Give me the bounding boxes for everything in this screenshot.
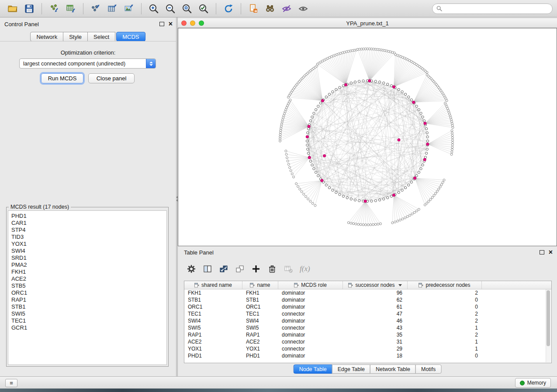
mcds-result-item[interactable]: STB1 — [11, 303, 166, 310]
search-input[interactable] — [445, 5, 548, 12]
table-row[interactable]: STB1STB1dominator620 — [184, 296, 551, 303]
mcds-result-item[interactable]: ACE2 — [11, 275, 166, 282]
table-cell: TEC1 — [184, 311, 242, 317]
zoom-in-button[interactable] — [147, 2, 161, 15]
export-network-button[interactable] — [89, 2, 103, 15]
table-row[interactable]: ORC1ORC1dominator610 — [184, 303, 551, 310]
tab-edge-table[interactable]: Edge Table — [332, 364, 370, 374]
find-button[interactable] — [263, 2, 277, 15]
close-control-panel-icon[interactable]: × — [169, 21, 173, 27]
apply-layout-button[interactable] — [221, 2, 235, 15]
memory-button[interactable]: Memory — [515, 378, 551, 388]
mcds-result-item[interactable]: PMA2 — [11, 261, 166, 268]
tab-select[interactable]: Select — [87, 32, 115, 41]
desktop-background-strip — [0, 389, 557, 392]
column-header-successor-nodes[interactable]: successor nodes — [343, 281, 408, 289]
table-row[interactable]: SWI4SWI4dominator462 — [184, 317, 551, 324]
table-cell: connector — [278, 339, 343, 345]
table-cell: 1 — [408, 325, 482, 331]
column-type-icon — [419, 283, 423, 288]
optimization-criterion-select[interactable]: largest connected component (undirected) — [19, 58, 156, 69]
mcds-result-item[interactable]: RAP1 — [11, 296, 166, 303]
zoom-out-icon — [165, 3, 176, 14]
close-panel-button[interactable]: Close panel — [88, 73, 135, 83]
status-menu-button[interactable]: ≡ — [5, 379, 17, 387]
mcds-result-item[interactable]: CAR1 — [11, 220, 166, 227]
open-file-button[interactable] — [6, 2, 20, 15]
close-table-panel-icon[interactable]: × — [549, 249, 553, 255]
delete-table-button-disabled[interactable] — [282, 262, 295, 275]
mcds-result-item[interactable]: GCR1 — [11, 324, 166, 331]
table-row[interactable]: FKH1FKH1dominator962 — [184, 289, 551, 296]
column-header-MCDS-role[interactable]: MCDS role — [278, 281, 343, 289]
refresh-icon — [223, 3, 234, 14]
mcds-result-item[interactable]: YOX1 — [11, 241, 166, 248]
mcds-result-item[interactable]: FKH1 — [11, 268, 166, 275]
zoom-out-button[interactable] — [163, 2, 177, 15]
copy-document-button[interactable] — [246, 2, 260, 15]
save-button[interactable] — [22, 2, 36, 15]
mcds-result-list[interactable]: PHD1CAR1STP4TID3YOX1SWI4SRD1PMA2FKH1ACE2… — [8, 210, 167, 365]
mcds-result-item[interactable]: SRD1 — [11, 254, 166, 261]
mcds-result-item[interactable]: ORC1 — [11, 289, 166, 296]
tab-node-table[interactable]: Node Table — [294, 364, 332, 374]
mcds-result-item[interactable]: STP4 — [11, 227, 166, 234]
mcds-result-item[interactable]: TEC1 — [11, 317, 166, 324]
export-image-icon — [123, 3, 135, 14]
table-row[interactable]: YOX1YOX1connector291 — [184, 345, 551, 352]
column-header-shared-name[interactable]: shared name — [184, 281, 242, 289]
export-image-button[interactable] — [122, 2, 136, 15]
network-view-window: YPA_prune.txt_1 — [178, 19, 557, 246]
memory-status-icon — [520, 381, 525, 385]
zoom-fit-button[interactable] — [180, 2, 194, 15]
column-header-name[interactable]: name — [242, 281, 278, 289]
column-header-predecessor-nodes[interactable]: predecessor nodes — [408, 281, 482, 289]
mcds-result-item[interactable]: PHD1 — [11, 213, 166, 220]
table-row[interactable]: TEC1TEC1connector472 — [184, 310, 551, 317]
hide-selected-button[interactable] — [280, 2, 294, 15]
export-table-button[interactable] — [105, 2, 119, 15]
search-box — [432, 3, 553, 14]
zoom-selected-button[interactable] — [197, 2, 211, 15]
float-panel-icon[interactable] — [159, 22, 164, 26]
table-cell: 31 — [343, 339, 408, 345]
show-all-button[interactable] — [296, 2, 310, 15]
tab-network-table[interactable]: Network Table — [370, 364, 416, 374]
deselect-all-button[interactable] — [233, 262, 246, 275]
table-row[interactable]: SWI5SWI5connector431 — [184, 324, 551, 331]
run-mcds-button[interactable]: Run MCDS — [41, 73, 83, 83]
delete-column-button[interactable] — [266, 262, 279, 275]
tab-mcds[interactable]: MCDS — [116, 32, 145, 41]
table-row[interactable]: PHD1PHD1dominator180 — [184, 352, 551, 359]
memory-label: Memory — [527, 380, 546, 386]
float-table-panel-icon[interactable] — [540, 250, 544, 254]
mcds-result-item[interactable]: STB5 — [11, 282, 166, 289]
table-settings-button[interactable] — [185, 262, 198, 275]
table-cell: YOX1 — [242, 346, 278, 352]
table-scrollbar[interactable] — [546, 289, 551, 362]
network-canvas[interactable] — [178, 28, 557, 246]
table-cell: FKH1 — [184, 290, 242, 296]
mcds-result-item[interactable]: SWI5 — [11, 310, 166, 317]
table-row[interactable]: RAP1RAP1dominator352 — [184, 331, 551, 338]
tab-style[interactable]: Style — [63, 32, 88, 41]
import-table-button[interactable] — [64, 2, 78, 15]
toolbar-separator — [241, 3, 241, 14]
table-cell: SWI5 — [184, 325, 242, 331]
zoom-fit-icon — [181, 3, 193, 14]
table-cell: RAP1 — [184, 332, 242, 338]
select-all-button[interactable] — [217, 262, 230, 275]
mcds-result-item[interactable]: TID3 — [11, 234, 166, 241]
network-graph[interactable] — [178, 28, 557, 246]
table-cell: dominator — [278, 318, 343, 324]
import-network-button[interactable] — [47, 2, 61, 15]
tab-motifs[interactable]: Motifs — [415, 364, 441, 374]
table-cell: connector — [278, 346, 343, 352]
mcds-result-item[interactable]: SWI4 — [11, 248, 166, 254]
table-row[interactable]: ACE2ACE2connector311 — [184, 338, 551, 345]
add-column-button[interactable] — [249, 262, 263, 275]
tab-network[interactable]: Network — [30, 32, 63, 41]
show-columns-button[interactable] — [201, 262, 214, 275]
function-builder-button[interactable]: f(x) — [300, 265, 310, 273]
scrollbar-thumb[interactable] — [547, 290, 550, 346]
